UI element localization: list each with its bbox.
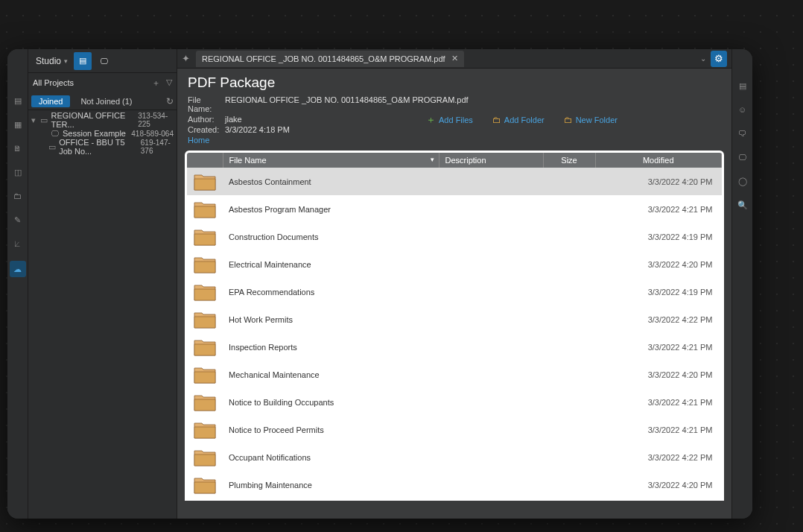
table-row[interactable]: Inspection Reports3/3/2022 4:21 PM xyxy=(187,333,722,361)
col-modified[interactable]: Modified xyxy=(595,153,722,168)
folder-icon xyxy=(187,361,223,388)
properties-icon[interactable]: ▤ xyxy=(736,79,749,92)
table-row[interactable]: Electrical Maintenance3/3/2022 4:20 PM xyxy=(187,250,722,278)
col-description[interactable]: Description xyxy=(439,153,543,168)
grid-icon[interactable]: ▦ xyxy=(11,118,25,131)
tree-label: Session Example xyxy=(63,129,126,138)
all-projects-row: All Projects ＋ ▽ xyxy=(28,73,177,92)
created-value: 3/3/2022 4:18 PM xyxy=(225,125,290,134)
filename-value: REGIONAL OFFICE _JOB NO. 0011484865_O&M … xyxy=(225,95,469,113)
tree-num: 313-534-225 xyxy=(138,112,174,128)
row-modified: 3/3/2022 4:22 PM xyxy=(595,443,722,471)
package-header: PDF Package File Name: REGIONAL OFFICE _… xyxy=(177,69,731,130)
tag-icon[interactable]: ◯ xyxy=(736,174,749,188)
folder-icon xyxy=(187,195,223,223)
close-tab-icon[interactable]: ✕ xyxy=(451,54,458,63)
tab-not-joined[interactable]: Not Joined (1) xyxy=(73,95,139,107)
row-name: Electrical Maintenance xyxy=(223,250,439,278)
row-size xyxy=(543,443,595,471)
new-folder-button[interactable]: 🗀 New Folder xyxy=(564,113,618,127)
table-row[interactable]: Asbestos Containment3/3/2022 4:20 PM xyxy=(187,168,722,195)
tab-joined[interactable]: Joined xyxy=(31,95,70,107)
col-filename[interactable]: File Name xyxy=(223,153,439,168)
session-icon: ▭ xyxy=(39,115,48,125)
caret-icon: ▾ xyxy=(31,115,36,125)
studio-dropdown[interactable]: Studio xyxy=(33,54,71,68)
studio-icon[interactable]: ☁ xyxy=(10,261,26,277)
row-name: Notice to Building Occupants xyxy=(223,388,439,416)
row-description xyxy=(439,250,543,278)
table-row[interactable]: EPA Recommendations3/3/2022 4:19 PM xyxy=(187,278,722,305)
row-description xyxy=(439,223,543,250)
briefcase-icon[interactable]: 🗀 xyxy=(11,189,25,203)
table-row[interactable]: Plumbing Maintenance3/3/2022 4:20 PM xyxy=(187,471,722,498)
row-modified: 3/3/2022 4:20 PM xyxy=(595,471,722,498)
folder-icon xyxy=(187,471,223,498)
document-icon[interactable]: 🗎 xyxy=(11,142,25,155)
refresh-icon[interactable]: ↻ xyxy=(166,96,174,107)
row-modified: 3/3/2022 4:21 PM xyxy=(595,388,722,416)
folder-icon xyxy=(187,333,223,361)
tree-item[interactable]: ▭ OFFICE - BBU T5 Job No... 619-147-376 xyxy=(30,140,175,153)
document-tab[interactable]: REGIONAL OFFICE _JOB NO. 0011484865_O&M … xyxy=(196,51,464,67)
table-row[interactable]: Mechanical Maintenance3/3/2022 4:20 PM xyxy=(187,361,722,388)
row-modified: 3/3/2022 4:19 PM xyxy=(595,278,722,305)
content-scroll[interactable]: PDF Package File Name: REGIONAL OFFICE _… xyxy=(177,69,731,519)
folder-icon xyxy=(187,416,223,443)
row-size xyxy=(543,250,595,278)
filter-icon[interactable]: ▽ xyxy=(166,77,172,89)
table-row[interactable]: Notice to Proceed Permits3/3/2022 4:21 P… xyxy=(187,416,722,443)
tab-overflow-icon[interactable]: ⌄ xyxy=(700,54,706,63)
row-size xyxy=(543,388,595,416)
col-size[interactable]: Size xyxy=(543,153,595,168)
table-row[interactable]: Construction Documents3/3/2022 4:19 PM xyxy=(187,223,722,250)
project-tree: ▾ ▭ REGIONAL OFFICE TER... 313-534-225 🖵… xyxy=(28,110,177,156)
wand-icon[interactable]: ✦ xyxy=(182,53,190,64)
view-mode-monitor-icon[interactable]: 🖵 xyxy=(95,52,112,70)
filename-label: File Name: xyxy=(188,95,225,113)
col-icon[interactable] xyxy=(187,153,223,168)
table-row[interactable]: Asbestos Program Manager3/3/2022 4:21 PM xyxy=(187,195,722,223)
table-row[interactable]: Hot Work Permits3/3/2022 4:22 PM xyxy=(187,305,722,333)
measure-icon[interactable]: ⟀ xyxy=(11,237,25,250)
add-files-button[interactable]: ＋ Add Files xyxy=(426,113,473,127)
breadcrumb-home[interactable]: Home xyxy=(188,136,209,145)
folder-icon xyxy=(187,168,223,195)
user-icon[interactable]: ☺ xyxy=(736,103,749,116)
tree-num: 619-147-376 xyxy=(141,139,174,155)
layers-icon[interactable]: ◫ xyxy=(11,165,25,179)
tree-item[interactable]: ▾ ▭ REGIONAL OFFICE TER... 313-534-225 xyxy=(30,113,175,127)
row-size xyxy=(543,278,595,305)
row-size xyxy=(543,333,595,361)
add-folder-button[interactable]: 🗀 Add Folder xyxy=(492,113,545,127)
table-row[interactable]: Occupant Notifications3/3/2022 4:22 PM xyxy=(187,443,722,471)
add-project-icon[interactable]: ＋ xyxy=(152,77,160,89)
file-icon[interactable]: ▤ xyxy=(11,94,25,107)
view-mode-list-icon[interactable]: ▤ xyxy=(74,52,92,70)
row-description xyxy=(439,361,543,388)
tree-label: REGIONAL OFFICE TER... xyxy=(51,111,136,129)
sets-icon[interactable]: 🖵 xyxy=(736,151,749,164)
chat-icon[interactable]: 🗨 xyxy=(736,127,749,140)
row-name: Notice to Proceed Permits xyxy=(223,416,439,443)
row-size xyxy=(543,361,595,388)
row-description xyxy=(439,305,543,333)
tree-num: 418-589-064 xyxy=(131,130,174,138)
folder-icon xyxy=(187,443,223,471)
table-row[interactable]: Notice to Building Occupants3/3/2022 4:2… xyxy=(187,388,722,416)
row-name: Occupant Notifications xyxy=(223,443,439,471)
row-name: Plumbing Maintenance xyxy=(223,471,439,498)
row-description xyxy=(439,333,543,361)
search-icon[interactable]: 🔍 xyxy=(736,198,749,212)
row-modified: 3/3/2022 4:20 PM xyxy=(595,168,722,195)
main-area: ✦ REGIONAL OFFICE _JOB NO. 0011484865_O&… xyxy=(177,49,731,519)
row-description xyxy=(439,416,543,443)
settings-gear-icon[interactable]: ⚙ xyxy=(711,51,727,67)
row-description xyxy=(439,195,543,223)
plus-icon: ＋ xyxy=(426,113,436,127)
author-value: jlake xyxy=(225,115,242,124)
row-size xyxy=(543,305,595,333)
row-size xyxy=(543,416,595,443)
row-size xyxy=(543,223,595,250)
edit-icon[interactable]: ✎ xyxy=(11,213,25,227)
